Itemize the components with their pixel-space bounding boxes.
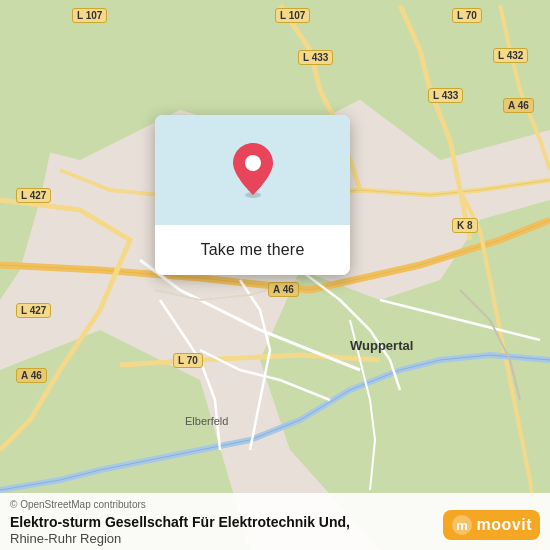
map-attribution: © OpenStreetMap contributors — [10, 499, 540, 510]
road-label-l107-1: L 107 — [72, 8, 107, 23]
moovit-logo-text: moovit — [477, 516, 532, 534]
svg-point-7 — [245, 155, 261, 171]
map-container: L 107 L 107 L 70 L 433 L 433 L 432 A 46 … — [0, 0, 550, 550]
road-label-a46-right: A 46 — [503, 98, 534, 113]
popup-map-preview — [155, 115, 350, 225]
road-label-l433-2: L 433 — [428, 88, 463, 103]
road-label-l427-left: L 427 — [16, 188, 51, 203]
location-pin-icon — [229, 141, 277, 199]
popup-button-area: Take me there — [155, 225, 350, 275]
moovit-logo: m moovit — [443, 510, 540, 540]
elberfeld-city-label: Elberfeld — [185, 415, 228, 427]
map-roads-svg — [0, 0, 550, 550]
map-background — [0, 0, 550, 550]
moovit-logo-icon: m — [451, 514, 473, 536]
road-label-l433-1: L 433 — [298, 50, 333, 65]
take-me-there-button[interactable]: Take me there — [171, 237, 334, 263]
wuppertal-city-label: Wuppertal — [350, 338, 413, 353]
road-label-l70-lower: L 70 — [173, 353, 203, 368]
road-label-l70-top: L 70 — [452, 8, 482, 23]
road-label-a46-mid: A 46 — [268, 282, 299, 297]
road-label-k8: K 8 — [452, 218, 478, 233]
road-label-l107-2: L 107 — [275, 8, 310, 23]
road-label-l427-lower: L 427 — [16, 303, 51, 318]
road-label-l432: L 432 — [493, 48, 528, 63]
location-popup: Take me there — [155, 115, 350, 275]
svg-text:m: m — [456, 518, 468, 533]
road-label-a46-lower: A 46 — [16, 368, 47, 383]
